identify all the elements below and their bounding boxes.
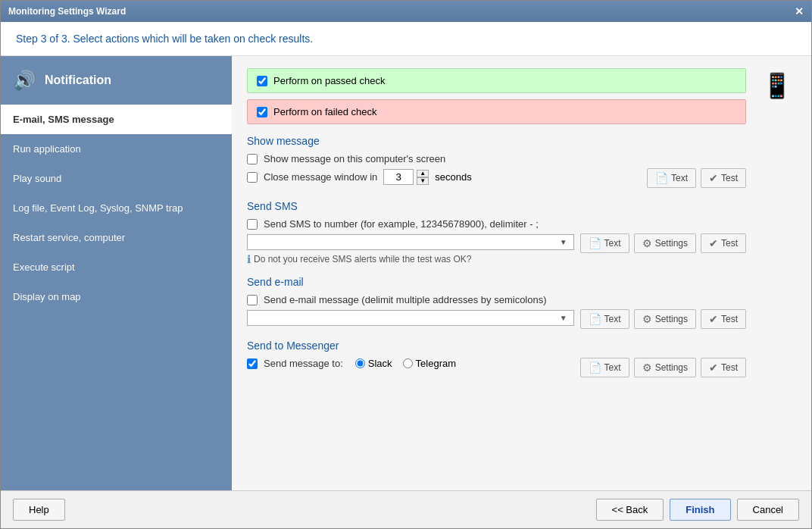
- email-settings-button[interactable]: ⚙ Settings: [634, 309, 696, 329]
- content-right: 📱: [758, 68, 796, 478]
- messenger-row: Send message to: Slack Tele: [247, 358, 574, 369]
- messenger-checkbox-row: Send message to:: [247, 358, 343, 369]
- content-area: Perform on passed check Perform on faile…: [232, 56, 811, 490]
- test-icon: ✔: [709, 172, 718, 184]
- messenger-settings-button[interactable]: ⚙ Settings: [634, 358, 696, 377]
- show-message-title: Show message: [247, 135, 746, 147]
- send-messenger-section: Send to Messenger Send message to:: [247, 340, 746, 377]
- passed-checkbox[interactable]: [257, 76, 267, 86]
- step-text: Step 3 of 3. Select actions which will b…: [16, 33, 313, 45]
- close-window-checkbox[interactable]: [247, 172, 258, 183]
- slack-radio-label[interactable]: Slack: [355, 358, 392, 369]
- send-email-title: Send e-mail: [247, 276, 746, 288]
- send-sms-section: Send SMS Send SMS to number (for example…: [247, 200, 746, 265]
- failed-label: Perform on failed check: [273, 106, 377, 117]
- spinner-up[interactable]: ▲: [417, 170, 429, 177]
- slack-radio[interactable]: [355, 358, 365, 368]
- show-on-screen-checkbox[interactable]: [247, 154, 258, 164]
- sidebar-item-log-file[interactable]: Log file, Event Log, Syslog, SNMP trap: [1, 193, 232, 223]
- sms-settings-icon: ⚙: [642, 237, 652, 249]
- sidebar-header: 🔊 Notification: [1, 56, 232, 105]
- close-window-label: Close message window in: [264, 171, 377, 183]
- email-checkbox-row: Send e-mail message (delimit multiple ad…: [247, 294, 574, 305]
- help-button[interactable]: Help: [13, 499, 65, 521]
- passed-label: Perform on passed check: [273, 75, 385, 86]
- finish-button[interactable]: Finish: [670, 499, 730, 521]
- passed-check-bar: Perform on passed check: [247, 68, 746, 93]
- email-label: Send e-mail message (delimit multiple ad…: [264, 294, 547, 305]
- close-window-row: Close message window in ▲ ▼ seconds: [247, 169, 641, 185]
- send-sms-title: Send SMS: [247, 200, 746, 212]
- email-dropdown-arrow: ▼: [560, 314, 567, 322]
- sms-checkbox[interactable]: [247, 219, 258, 230]
- email-test-button[interactable]: ✔ Test: [701, 309, 746, 329]
- footer-right: << Back Finish Cancel: [596, 499, 799, 521]
- show-message-text-button[interactable]: 📄 Text: [647, 168, 696, 188]
- content-main: Perform on passed check Perform on faile…: [247, 68, 746, 478]
- info-icon: ℹ: [247, 253, 251, 265]
- sidebar-item-display-map[interactable]: Display on map: [1, 282, 232, 311]
- failed-check-bar: Perform on failed check: [247, 99, 746, 124]
- footer: Help << Back Finish Cancel: [1, 490, 811, 528]
- messenger-label: Send message to:: [264, 358, 343, 369]
- close-button[interactable]: ✕: [795, 5, 804, 17]
- sidebar-item-run-app[interactable]: Run application: [1, 134, 232, 164]
- seconds-spinner: ▲ ▼: [383, 169, 429, 185]
- failed-checkbox[interactable]: [257, 107, 267, 117]
- title-bar: Monitoring Settings Wizard ✕: [1, 1, 811, 22]
- messenger-settings-icon: ⚙: [642, 362, 652, 374]
- send-messenger-title: Send to Messenger: [247, 340, 746, 352]
- email-text-button[interactable]: 📄 Text: [580, 309, 629, 329]
- telegram-radio[interactable]: [403, 358, 413, 368]
- sidebar: 🔊 Notification E-mail, SMS message Run a…: [1, 56, 232, 490]
- messenger-text-button[interactable]: 📄 Text: [580, 358, 629, 377]
- window-title: Monitoring Settings Wizard: [8, 6, 126, 17]
- telegram-radio-label[interactable]: Telegram: [403, 358, 456, 369]
- sidebar-title: Notification: [45, 74, 111, 87]
- sms-dropdown-arrow: ▼: [560, 238, 567, 246]
- main-window: Monitoring Settings Wizard ✕ Step 3 of 3…: [0, 0, 812, 529]
- seconds-label: seconds: [435, 171, 471, 183]
- show-on-screen-label: Show message on this computer's screen: [264, 153, 445, 164]
- phone-icon: 📱: [762, 71, 792, 100]
- spinner-controls: ▲ ▼: [417, 170, 429, 185]
- email-settings-icon: ⚙: [642, 313, 652, 325]
- messenger-text-icon: 📄: [589, 362, 601, 374]
- sidebar-item-exec-script[interactable]: Execute script: [1, 252, 232, 282]
- sms-test-button[interactable]: ✔ Test: [701, 233, 746, 253]
- back-button[interactable]: << Back: [596, 499, 664, 521]
- messenger-test-button[interactable]: ✔ Test: [701, 358, 746, 377]
- show-message-test-button[interactable]: ✔ Test: [701, 168, 746, 188]
- send-email-section: Send e-mail Send e-mail message (delimit…: [247, 276, 746, 329]
- messenger-radio-group: Slack Telegram: [355, 358, 456, 369]
- email-checkbox[interactable]: [247, 295, 258, 305]
- seconds-input[interactable]: [383, 169, 414, 185]
- show-message-section: Show message Show message on this comput…: [247, 135, 746, 189]
- messenger-checkbox[interactable]: [247, 358, 258, 369]
- step-header: Step 3 of 3. Select actions which will b…: [1, 22, 811, 56]
- email-text-icon: 📄: [589, 313, 601, 325]
- sms-text-button[interactable]: 📄 Text: [580, 233, 629, 253]
- text-icon: 📄: [655, 172, 668, 184]
- email-dropdown[interactable]: ▼: [247, 310, 574, 326]
- sms-test-icon: ✔: [709, 237, 718, 249]
- sidebar-item-restart[interactable]: Restart service, computer: [1, 223, 232, 252]
- sms-note: ℹ Do not you receive SMS alerts while th…: [247, 253, 574, 265]
- main-content: 🔊 Notification E-mail, SMS message Run a…: [1, 56, 811, 490]
- show-on-screen-row: Show message on this computer's screen: [247, 153, 641, 164]
- spinner-down[interactable]: ▼: [417, 177, 429, 185]
- sms-label: Send SMS to number (for example, 1234567…: [264, 218, 539, 230]
- cancel-button[interactable]: Cancel: [737, 499, 799, 521]
- sidebar-item-email-sms[interactable]: E-mail, SMS message: [1, 105, 232, 134]
- sms-settings-button[interactable]: ⚙ Settings: [634, 233, 696, 253]
- sms-text-icon: 📄: [589, 237, 601, 249]
- messenger-test-icon: ✔: [709, 362, 718, 374]
- email-test-icon: ✔: [709, 313, 718, 325]
- speaker-icon: 🔊: [13, 70, 36, 91]
- sms-checkbox-row: Send SMS to number (for example, 1234567…: [247, 218, 574, 230]
- sidebar-item-play-sound[interactable]: Play sound: [1, 164, 232, 193]
- sms-dropdown[interactable]: ▼: [247, 234, 574, 250]
